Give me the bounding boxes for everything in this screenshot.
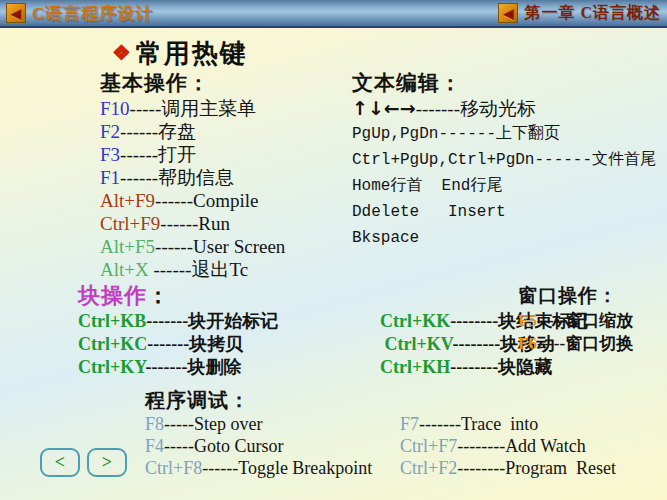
hotkey-segment: ------存盘 bbox=[120, 121, 196, 142]
hotkey-row-left: Ctrl+KC-------块拷贝 bbox=[78, 333, 380, 356]
slide-navigation: < > bbox=[40, 448, 127, 477]
hotkey-segment: -----Goto Cursor bbox=[164, 436, 283, 456]
section-text-editing: 文本编辑： ↑↓←→-------移动光标PgUp,PgDn------上下翻页… bbox=[352, 72, 656, 250]
hotkey-segment: ------退出Tc bbox=[153, 259, 248, 280]
hotkey-segment: -------块开始标记 bbox=[146, 311, 278, 331]
section-heading: 文本编辑： bbox=[352, 72, 656, 95]
hotkey-row-right: Ctrl+KH--------块隐藏 bbox=[380, 357, 552, 377]
hotkey-row-left: F8-----Step over bbox=[145, 413, 400, 435]
hotkey-row: F4-----Goto CursorCtrl+F7--------Add Wat… bbox=[145, 435, 616, 457]
hotkey-line: F5-----窗口缩放 bbox=[518, 309, 633, 332]
hotkey-segment: Ctrl+PgUp,Ctrl+PgDn------文件首尾 bbox=[352, 151, 656, 169]
title-bar: ◀ C语言程序设计 ◀ 第一章 C语言概述 bbox=[0, 0, 667, 28]
hotkey-segment: ------Run bbox=[160, 213, 230, 234]
hotkey-segment: F6 bbox=[518, 334, 537, 353]
hotkey-segment: F8 bbox=[145, 414, 164, 434]
diamond-bullet-icon: ❖ bbox=[112, 41, 133, 65]
hotkey-row: Ctrl+KY-------块删除Ctrl+KH--------块隐藏 bbox=[78, 356, 588, 379]
section-program-debug: 程序调试： F8-----Step overF7-------Trace int… bbox=[145, 389, 616, 479]
slide-title: ❖常用热键 bbox=[112, 36, 248, 71]
hotkey-segment: ↑↓←→ bbox=[352, 97, 416, 119]
hotkey-line: Home行首 End行尾 bbox=[352, 172, 656, 198]
hotkey-line: PgUp,PgDn------上下翻页 bbox=[352, 120, 656, 146]
hotkey-segment: PgUp,PgDn------上下翻页 bbox=[352, 125, 560, 143]
hotkey-segment: Ctrl+KY bbox=[78, 357, 146, 377]
hotkey-line: Alt+F9------Compile bbox=[100, 189, 285, 212]
section-heading: 程序调试： bbox=[145, 389, 616, 411]
hotkey-segment: F2 bbox=[100, 121, 120, 142]
slide-title-text: 常用热键 bbox=[136, 39, 248, 68]
hotkey-segment: Bkspace bbox=[352, 229, 419, 247]
prev-slide-button[interactable]: < bbox=[40, 448, 80, 477]
hotkey-row-left: F4-----Goto Cursor bbox=[145, 435, 400, 457]
chapter-title: 第一章 C语言概述 bbox=[524, 3, 661, 24]
hotkey-segment: F10 bbox=[100, 98, 130, 119]
hotkey-segment: -----Step over bbox=[164, 414, 262, 434]
hotkey-segment: Ctrl+KV bbox=[380, 334, 452, 354]
hotkey-rows: Ctrl+KB-------块开始标记Ctrl+KK--------块结束标记C… bbox=[78, 310, 588, 379]
header-right-group: ◀ 第一章 C语言概述 bbox=[498, 3, 661, 24]
hotkey-segment: -------移动光标 bbox=[416, 98, 536, 119]
section-heading-text: 块操作 bbox=[78, 283, 147, 308]
course-title: C语言程序设计 bbox=[32, 2, 153, 25]
hotkey-segment: --------Add Watch bbox=[457, 436, 586, 456]
hotkey-segment: Alt+X bbox=[100, 259, 153, 280]
hotkey-row-right: Ctrl+F2--------Program Reset bbox=[400, 458, 616, 478]
hotkey-segment: F4 bbox=[145, 436, 164, 456]
hotkey-line: F10-----调用主菜单 bbox=[100, 97, 285, 120]
hotkey-segment: Ctrl+F9 bbox=[100, 213, 160, 234]
hotkey-segment: F1 bbox=[100, 167, 120, 188]
section-basic-operations: 基本操作： F10-----调用主菜单F2------存盘F3------打开F… bbox=[100, 72, 285, 281]
hotkey-segment: Ctrl+KH bbox=[380, 357, 450, 377]
hotkey-segment: Ctrl+F7 bbox=[400, 436, 457, 456]
hotkey-row: F8-----Step overF7-------Trace into bbox=[145, 413, 616, 435]
hotkey-segment: F7 bbox=[400, 414, 419, 434]
hotkey-segment: Ctrl+KB bbox=[78, 311, 146, 331]
hotkey-segment: Ddelete Insert bbox=[352, 203, 506, 221]
next-slide-button[interactable]: > bbox=[87, 448, 127, 477]
hotkey-segment: F3 bbox=[100, 144, 120, 165]
hotkey-row: Ctrl+KB-------块开始标记Ctrl+KK--------块结束标记 bbox=[78, 310, 588, 333]
hotkey-segment: --------块隐藏 bbox=[450, 357, 552, 377]
section-block-operations: 块操作： Ctrl+KB-------块开始标记Ctrl+KK--------块… bbox=[78, 284, 588, 379]
slide: ◀ C语言程序设计 ◀ 第一章 C语言概述 ❖常用热键 基本操作： F10---… bbox=[0, 0, 667, 500]
hotkey-row-left: Ctrl+F8------Toggle Breakpoint bbox=[145, 457, 400, 479]
hotkey-row-right: F7-------Trace into bbox=[400, 414, 538, 434]
hotkey-segment: Ctrl+F8 bbox=[145, 458, 202, 478]
hotkey-line: F3------打开 bbox=[100, 143, 285, 166]
hotkey-row-left: Ctrl+KB-------块开始标记 bbox=[78, 310, 380, 333]
hotkey-line: Ddelete Insert bbox=[352, 198, 656, 224]
section-window-operations: 窗口操作： F5-----窗口缩放F6-----窗口切换 bbox=[518, 284, 633, 355]
hotkey-segment: Ctrl+KK bbox=[380, 311, 450, 331]
hotkey-segment: -----窗口缩放 bbox=[537, 311, 633, 330]
hotkey-row-left: Ctrl+KY-------块删除 bbox=[78, 356, 380, 379]
hotkey-line: ↑↓←→-------移动光标 bbox=[352, 97, 656, 120]
hotkey-line: Ctrl+F9------Run bbox=[100, 212, 285, 235]
section-heading: 基本操作： bbox=[100, 72, 285, 95]
hotkey-rows: F8-----Step overF7-------Trace intoF4---… bbox=[145, 413, 616, 479]
hotkey-list: F5-----窗口缩放F6-----窗口切换 bbox=[518, 309, 633, 355]
hotkey-segment: ------Toggle Breakpoint bbox=[202, 458, 372, 478]
hotkey-line: Bkspace bbox=[352, 224, 656, 250]
hotkey-line: Alt+X ------退出Tc bbox=[100, 258, 285, 281]
hotkey-list: ↑↓←→-------移动光标PgUp,PgDn------上下翻页Ctrl+P… bbox=[352, 97, 656, 250]
hotkey-row-right: Ctrl+F7--------Add Watch bbox=[400, 436, 586, 456]
hotkey-segment: --------Program Reset bbox=[457, 458, 616, 478]
hotkey-row: Ctrl+KC-------块拷贝 Ctrl+KV--------块移动 bbox=[78, 333, 588, 356]
hotkey-segment: ------打开 bbox=[120, 144, 196, 165]
section-heading-colon: ： bbox=[147, 283, 170, 308]
hotkey-segment: -----窗口切换 bbox=[537, 334, 633, 353]
chapter-back-icon[interactable]: ◀ bbox=[498, 3, 518, 23]
hotkey-segment: ------帮助信息 bbox=[120, 167, 234, 188]
hotkey-segment: ------Compile bbox=[155, 190, 258, 211]
back-icon[interactable]: ◀ bbox=[6, 3, 26, 23]
header-left-group: ◀ C语言程序设计 bbox=[6, 2, 153, 25]
hotkey-segment: Ctrl+KC bbox=[78, 334, 147, 354]
hotkey-segment: ------User Screen bbox=[155, 236, 285, 257]
hotkey-segment: -----调用主菜单 bbox=[130, 98, 257, 119]
hotkey-segment: Alt+F5 bbox=[100, 236, 155, 257]
hotkey-segment: -------Trace into bbox=[419, 414, 538, 434]
hotkey-segment: F5 bbox=[518, 311, 537, 330]
hotkey-segment: Alt+F9 bbox=[100, 190, 155, 211]
hotkey-line: F6-----窗口切换 bbox=[518, 332, 633, 355]
